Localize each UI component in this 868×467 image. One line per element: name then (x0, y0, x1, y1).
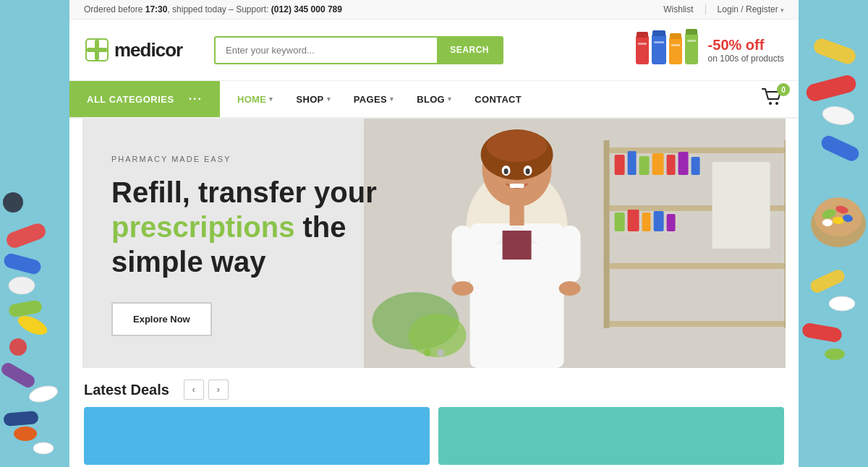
hero-banner: PHARMACY MADE EASY Refill, transfer your… (82, 119, 786, 368)
hero-title-line1: Refill, transfer your (111, 176, 377, 208)
all-categories-button[interactable]: ALL CATEGORIES ··· (69, 81, 220, 117)
nav-item-shop[interactable]: SHOP ▾ (286, 81, 341, 117)
svg-rect-50 (603, 140, 609, 328)
deal-next-button[interactable]: › (208, 380, 229, 400)
svg-rect-78 (558, 226, 580, 283)
svg-rect-15 (819, 134, 861, 163)
hero-title-green: prescriptions (111, 211, 294, 243)
nav-menu: HOME ▾ SHOP ▾ PAGES ▾ BLOG ▾ CONTACT (220, 81, 746, 117)
hero-content: PHARMACY MADE EASY Refill, transfer your… (111, 155, 430, 336)
nav-shop-label: SHOP (297, 94, 324, 105)
svg-rect-76 (502, 231, 531, 260)
nav-bar: ALL CATEGORIES ··· HOME ▾ SHOP ▾ PAGES ▾… (69, 81, 799, 119)
nav-item-home[interactable]: HOME ▾ (227, 81, 284, 117)
promo-discount: -50% off (708, 37, 784, 53)
nav-shop-arrow: ▾ (327, 95, 331, 103)
nav-home-arrow: ▾ (269, 95, 273, 103)
svg-rect-9 (3, 411, 38, 427)
svg-rect-7 (0, 361, 37, 390)
hero-title: Refill, transfer your prescriptions the … (111, 175, 430, 279)
hero-dots (424, 349, 444, 356)
bottles-image (634, 28, 699, 72)
promo-bottles (634, 28, 699, 72)
svg-rect-48 (603, 263, 786, 269)
svg-point-6 (9, 338, 27, 356)
latest-deals-title: Latest Deals (84, 382, 169, 398)
svg-rect-31 (636, 35, 649, 64)
search-button[interactable]: SEARCH (437, 38, 502, 63)
svg-point-11 (33, 442, 54, 454)
phone-number: (012) 345 000 789 (271, 4, 342, 14)
svg-point-20 (833, 217, 844, 224)
svg-rect-34 (652, 34, 666, 64)
deal-card-2[interactable] (438, 407, 784, 465)
deal-prev-button[interactable]: ‹ (184, 380, 204, 400)
hero-subtitle: PHARMACY MADE EASY (111, 155, 430, 163)
all-categories-dots: ··· (189, 93, 203, 106)
top-bar-right: Wishlist Login / Register ▾ (663, 4, 784, 14)
promo-text: -50% off on 100s of products (708, 37, 784, 64)
svg-rect-57 (678, 152, 688, 175)
nav-pages-label: PAGES (354, 94, 387, 105)
deal-card-1[interactable] (84, 407, 430, 465)
nav-item-contact[interactable]: CONTACT (464, 81, 532, 117)
logo-icon (84, 37, 110, 63)
hero-cta-button[interactable]: Explore Now (111, 302, 212, 336)
svg-point-10 (14, 427, 37, 441)
all-categories-label: ALL CATEGORIES (87, 94, 174, 105)
cart-icon-wrap: 0 (761, 87, 784, 111)
support-label: , shipped today – Support: (167, 4, 271, 14)
svg-rect-36 (654, 41, 664, 43)
nav-blog-label: BLOG (417, 94, 445, 105)
svg-point-71 (503, 168, 508, 174)
nav-item-blog[interactable]: BLOG ▾ (407, 81, 461, 117)
cart-count: 0 (777, 83, 790, 96)
search-input[interactable] (216, 38, 437, 63)
svg-point-44 (775, 102, 778, 105)
svg-rect-56 (666, 155, 675, 175)
svg-rect-23 (809, 267, 847, 294)
nav-contact-label: CONTACT (475, 94, 522, 105)
svg-point-80 (558, 281, 580, 296)
svg-rect-12 (812, 36, 858, 66)
svg-point-79 (451, 281, 473, 296)
logo-text: medicor (114, 39, 182, 61)
svg-rect-53 (627, 151, 636, 175)
svg-point-26 (825, 348, 845, 360)
wishlist-link[interactable]: Wishlist (663, 4, 693, 14)
login-register-link[interactable]: Login / Register ▾ (718, 4, 784, 14)
svg-rect-13 (804, 73, 858, 103)
svg-point-8 (27, 383, 59, 405)
svg-point-68 (486, 130, 547, 162)
svg-point-0 (3, 192, 23, 213)
svg-point-43 (769, 102, 772, 105)
svg-rect-38 (670, 33, 681, 39)
svg-rect-2 (2, 252, 42, 276)
svg-rect-37 (669, 37, 682, 64)
header-promo: -50% off on 100s of products (634, 28, 784, 72)
hero-dot-1[interactable] (424, 349, 431, 356)
nav-pages-arrow: ▾ (390, 95, 393, 103)
divider (705, 4, 706, 14)
logo[interactable]: medicor (84, 37, 200, 63)
latest-deals-section: Latest Deals ‹ › (69, 368, 799, 400)
svg-rect-4 (8, 299, 43, 318)
nav-item-pages[interactable]: PAGES ▾ (344, 81, 404, 117)
deal-cards (84, 407, 784, 465)
svg-rect-51 (784, 140, 786, 328)
svg-point-14 (821, 104, 855, 127)
cart-button[interactable]: 0 (746, 81, 799, 117)
header: medicor SEARCH (69, 20, 799, 81)
svg-rect-42 (687, 40, 696, 42)
svg-rect-64 (712, 162, 770, 249)
svg-rect-54 (639, 156, 649, 175)
svg-rect-58 (691, 157, 699, 175)
svg-rect-1 (4, 221, 48, 250)
svg-rect-60 (627, 210, 639, 231)
login-arrow-icon: ▾ (780, 7, 784, 14)
svg-rect-40 (685, 33, 698, 64)
hero-dot-2[interactable] (437, 349, 444, 356)
deal-navigation: ‹ › (184, 380, 229, 400)
order-message: Ordered before (84, 4, 145, 14)
svg-point-3 (9, 277, 35, 294)
